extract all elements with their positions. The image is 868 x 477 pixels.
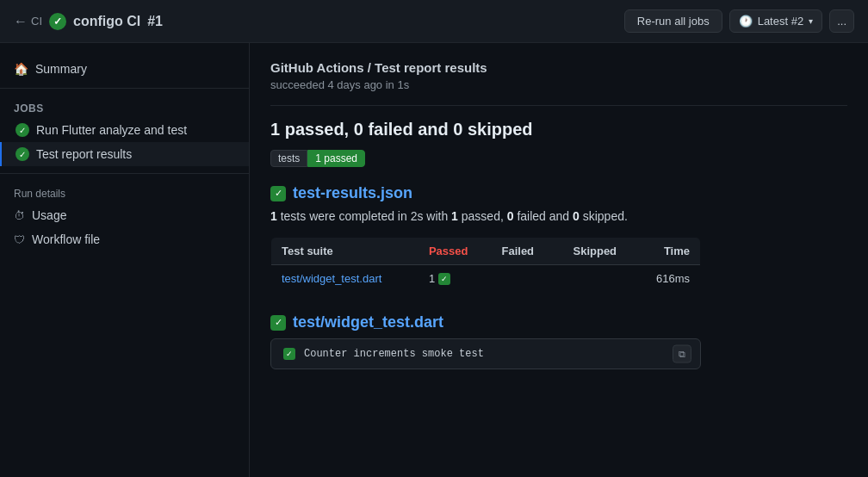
passed-count: 1 xyxy=(451,209,458,223)
jobs-section-label: Jobs xyxy=(0,96,249,118)
test-results-table: Test suite Passed Failed Skipped Time te… xyxy=(270,237,701,293)
col-header-suite: Test suite xyxy=(271,238,418,265)
summary-text-2: passed, xyxy=(462,209,507,223)
status-check-icon: ✓ xyxy=(49,13,66,30)
home-icon: 🏠 xyxy=(14,62,28,76)
job2-status-icon: ✓ xyxy=(16,147,29,161)
testcase-status-icon: ✓ xyxy=(283,348,295,360)
col-header-passed: Passed xyxy=(418,238,492,265)
tests-count: 1 xyxy=(270,209,277,223)
file1-title-link[interactable]: test-results.json xyxy=(293,184,412,202)
failed-count: 0 xyxy=(507,209,514,223)
table-cell-failed xyxy=(492,265,556,293)
sidebar-item-summary[interactable]: 🏠 Summary xyxy=(0,57,249,81)
sidebar: 🏠 Summary Jobs ✓ Run Flutter analyze and… xyxy=(0,43,250,477)
copy-icon: ⧉ xyxy=(679,349,685,359)
top-bar-left: ← CI ✓ configo CI #1 xyxy=(14,13,163,30)
mini-check-icon: ✓ xyxy=(438,273,450,285)
col-header-skipped: Skipped xyxy=(555,238,634,265)
job2-label: Test report results xyxy=(36,147,132,161)
badge-value: 1 passed xyxy=(307,150,365,167)
summary-heading: 1 passed, 0 failed and 0 skipped xyxy=(270,120,847,139)
content-title: GitHub Actions / Test report results xyxy=(270,60,847,75)
file2-title-row: ✓ test/widget_test.dart xyxy=(270,313,847,331)
ci-title: ✓ configo CI #1 xyxy=(49,13,163,30)
sidebar-divider-2 xyxy=(0,173,249,174)
content-subtitle: succeeded 4 days ago in 1s xyxy=(270,78,847,91)
clock-icon: ⏱ xyxy=(14,209,25,222)
copy-button[interactable]: ⧉ xyxy=(673,345,691,363)
col-header-failed: Failed xyxy=(492,238,556,265)
content-area: GitHub Actions / Test report results suc… xyxy=(250,43,868,477)
sidebar-item-workflow-file[interactable]: 🛡 Workflow file xyxy=(0,227,249,251)
file2-title-link[interactable]: test/widget_test.dart xyxy=(293,313,443,331)
workflow-file-label: Workflow file xyxy=(32,232,100,246)
table-header-row: Test suite Passed Failed Skipped Time xyxy=(271,238,701,265)
table-cell-time: 616ms xyxy=(634,265,700,293)
sidebar-job-flutter[interactable]: ✓ Run Flutter analyze and test xyxy=(0,118,249,142)
passed-badge: 1 ✓ xyxy=(429,272,450,285)
run-details-label: Run details xyxy=(0,181,249,203)
job1-status-icon: ✓ xyxy=(16,123,29,137)
main-layout: 🏠 Summary Jobs ✓ Run Flutter analyze and… xyxy=(0,43,868,477)
file2-status-icon: ✓ xyxy=(270,315,286,331)
latest-run-button[interactable]: 🕐 Latest #2 ▾ xyxy=(729,9,823,33)
test-case-item: ✓ Counter increments smoke test ⧉ xyxy=(270,338,701,369)
badge-row: tests 1 passed xyxy=(270,150,847,167)
job1-label: Run Flutter analyze and test xyxy=(36,123,187,137)
sidebar-item-usage[interactable]: ⏱ Usage xyxy=(0,203,249,227)
file1-title-row: ✓ test-results.json xyxy=(270,184,847,202)
file1-status-icon: ✓ xyxy=(270,186,286,201)
chevron-down-icon: ▾ xyxy=(809,16,813,26)
test-case-section: ✓ Counter increments smoke test ⧉ xyxy=(270,338,847,369)
suite-link[interactable]: test/widget_test.dart xyxy=(282,272,381,285)
sidebar-summary-label: Summary xyxy=(35,62,87,76)
test-case-label: Counter increments smoke test xyxy=(304,348,484,360)
sidebar-job-test-report[interactable]: ✓ Test report results xyxy=(0,142,249,166)
badge-label: tests xyxy=(270,150,307,167)
back-arrow-icon: ← xyxy=(14,14,28,29)
top-bar: ← CI ✓ configo CI #1 Re-run all jobs 🕐 L… xyxy=(0,0,868,43)
usage-label: Usage xyxy=(32,208,66,222)
more-icon: ... xyxy=(837,15,846,28)
run-number: #1 xyxy=(147,14,163,29)
summary-line: 1 tests were completed in 2s with 1 pass… xyxy=(270,209,847,223)
clock-icon: 🕐 xyxy=(739,15,753,28)
top-bar-right: Re-run all jobs 🕐 Latest #2 ▾ ... xyxy=(624,9,854,33)
passed-num: 1 xyxy=(429,272,435,285)
file-icon: 🛡 xyxy=(14,233,25,246)
sidebar-divider xyxy=(0,88,249,89)
table-cell-skipped xyxy=(555,265,634,293)
ci-name: configo CI xyxy=(73,14,140,29)
more-options-button[interactable]: ... xyxy=(829,9,854,33)
rerun-all-jobs-button[interactable]: Re-run all jobs xyxy=(624,9,722,33)
summary-text-3: failed and xyxy=(517,209,573,223)
latest-label: Latest #2 xyxy=(758,15,804,28)
table-cell-suite: test/widget_test.dart xyxy=(271,265,418,293)
back-link[interactable]: ← CI xyxy=(14,14,42,29)
table-row: test/widget_test.dart 1 ✓ 616ms xyxy=(271,265,701,293)
table-cell-passed: 1 ✓ xyxy=(418,265,492,293)
summary-text-4: skipped. xyxy=(583,209,628,223)
content-header: GitHub Actions / Test report results suc… xyxy=(270,60,847,106)
col-header-time: Time xyxy=(634,238,700,265)
summary-text-1: tests were completed in 2s with xyxy=(281,209,451,223)
back-label: CI xyxy=(31,15,42,28)
skipped-count: 0 xyxy=(573,209,580,223)
